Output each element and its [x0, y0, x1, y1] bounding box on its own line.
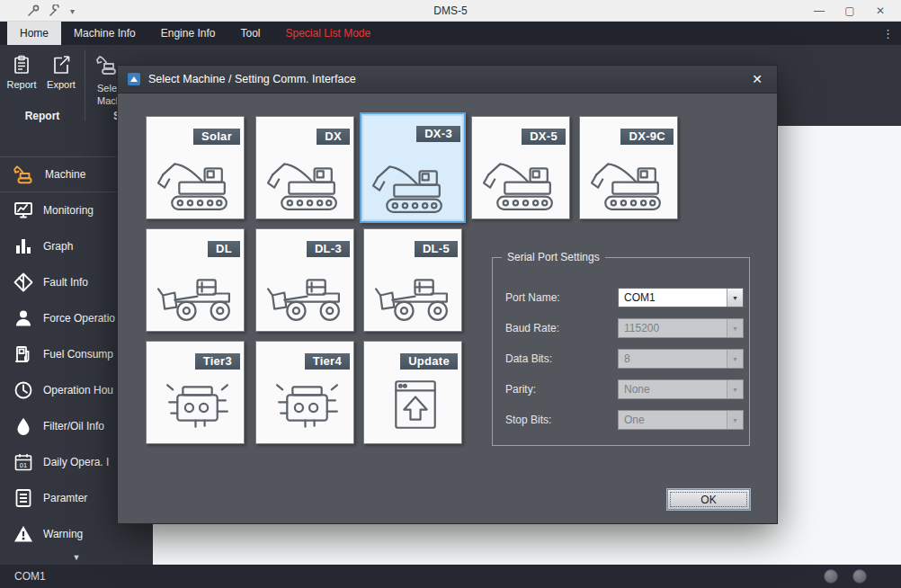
report-icon	[11, 54, 32, 76]
tab-special-list-mode[interactable]: Special List Mode	[272, 22, 383, 45]
maximize-button[interactable]: ▢	[834, 0, 865, 22]
minimize-button[interactable]: —	[804, 0, 834, 22]
parity-value: None	[619, 383, 727, 396]
status-indicator-icon	[824, 569, 838, 584]
sidebar-item-label: Fault Info	[43, 276, 88, 289]
sidebar-scroll-down-icon[interactable]: ▼	[0, 552, 153, 563]
serial-port-settings-group: Serial Port Settings Port Name: COM1 ▼ B…	[492, 257, 750, 446]
window-controls: — ▢ ✕	[804, 0, 896, 22]
field-parity: Parity: None ▼	[505, 379, 738, 399]
machine-tile-dx3-selected[interactable]: DX-3	[360, 112, 466, 223]
tab-tool[interactable]: Tool	[227, 22, 272, 45]
report-button-label: Report	[6, 79, 36, 90]
dialog-title: Select Machine / Setting Comm. Interface	[148, 73, 356, 85]
port-name-value: COM1	[619, 291, 727, 304]
parity-label: Parity:	[505, 379, 536, 399]
export-icon	[50, 54, 72, 76]
machine-tile-label: DX-9C	[620, 129, 674, 145]
close-button[interactable]: ✕	[865, 0, 896, 22]
machine-tile-dl3[interactable]: DL-3	[255, 228, 354, 332]
tab-machine-info[interactable]: Machine Info	[61, 22, 148, 45]
field-stop-bits: Stop Bits: One ▼	[505, 410, 738, 430]
machine-tile-dl5[interactable]: DL-5	[363, 228, 462, 332]
sidebar-item-label: Paramter	[43, 492, 87, 504]
excavator-icon	[365, 149, 456, 217]
sidebar-item-label: Fuel Consump	[43, 348, 113, 361]
tab-home[interactable]: Home	[7, 22, 61, 45]
warning-triangle-icon	[13, 523, 34, 545]
stop-bits-value: One	[619, 414, 727, 426]
excavator-icon	[260, 147, 351, 214]
excavator-icon	[476, 147, 566, 214]
window-title: DMS-5	[0, 0, 901, 22]
wheel-loader-icon	[368, 259, 459, 326]
engine-icon	[150, 371, 241, 439]
machine-tile-label: DX-3	[416, 126, 460, 142]
titlebar: ▾ DMS-5 — ▢ ✕	[0, 0, 901, 22]
machine-tile-dx9c[interactable]: DX-9C	[579, 116, 678, 219]
sidebar-item-label: Machine	[45, 168, 85, 181]
machine-tile-update[interactable]: Update	[363, 341, 462, 444]
machine-tile-dl[interactable]: DL	[146, 228, 245, 332]
parity-select: None ▼	[618, 379, 744, 399]
wheel-loader-icon	[150, 259, 241, 326]
toolbar-separator	[85, 50, 85, 120]
chevron-down-icon: ▼	[727, 411, 743, 429]
engine-icon	[260, 371, 351, 439]
oil-drop-icon	[13, 415, 34, 437]
status-com-port: COM1	[14, 565, 46, 588]
dialog-app-icon	[127, 72, 141, 86]
sidebar-item-label: Operation Hou	[43, 384, 113, 396]
chevron-down-icon: ▼	[727, 350, 743, 368]
machine-tile-dx[interactable]: DX	[255, 116, 354, 219]
update-icon	[368, 371, 459, 439]
toolbar-group-report-label: Report	[0, 110, 85, 122]
sidebar-item-label: Force Operatio	[43, 312, 115, 325]
machine-tile-label: DX	[317, 129, 350, 145]
monitor-icon	[13, 200, 34, 221]
chevron-down-icon: ▼	[727, 319, 743, 337]
status-bar: COM1	[0, 565, 901, 588]
calendar-icon: 01	[13, 451, 34, 473]
port-name-label: Port Name:	[505, 288, 560, 307]
fuel-pump-icon	[13, 343, 34, 365]
port-name-select[interactable]: COM1 ▼	[618, 288, 744, 307]
machine-tile-label: DL	[208, 241, 240, 257]
menu-overflow-icon[interactable]: ⋮	[882, 22, 894, 45]
serial-group-title: Serial Port Settings	[502, 251, 605, 263]
sidebar-item-label: Daily Opera. I	[43, 456, 109, 468]
sidebar-item-label: Warning	[43, 528, 83, 540]
dms5-window: ▾ DMS-5 — ▢ ✕ Home Machine Info Engine I…	[0, 0, 901, 588]
baud-rate-select: 115200 ▼	[618, 318, 744, 338]
bar-chart-icon	[13, 236, 34, 257]
data-bits-label: Data Bits:	[505, 349, 552, 369]
tab-engine-info[interactable]: Engine Info	[148, 22, 228, 45]
machine-tile-label: DL-5	[415, 241, 458, 257]
baud-rate-label: Baud Rate:	[505, 318, 559, 338]
baud-rate-value: 115200	[619, 322, 727, 334]
clock-icon	[13, 379, 34, 401]
menu-bar: Home Machine Info Engine Info Tool Speci…	[0, 22, 901, 45]
export-button[interactable]: Export	[41, 49, 81, 104]
sidebar-item-label: Monitoring	[43, 204, 94, 217]
machine-tile-tier4[interactable]: Tier4	[255, 341, 354, 444]
machine-tile-label: DX-5	[522, 129, 566, 145]
dialog-close-icon[interactable]: ✕	[746, 69, 768, 89]
machine-tile-solar[interactable]: Solar	[146, 116, 245, 219]
sidebar-item-label: Graph	[43, 240, 73, 253]
stop-bits-label: Stop Bits:	[505, 410, 551, 430]
select-machine-dialog: Select Machine / Setting Comm. Interface…	[117, 65, 778, 524]
machine-tile-dx5[interactable]: DX-5	[471, 116, 570, 219]
report-button[interactable]: Report	[2, 49, 41, 104]
select-machine-label-line1: Sele	[97, 83, 117, 94]
ok-button[interactable]: OK	[667, 489, 750, 510]
machine-tile-label: Tier4	[305, 353, 350, 370]
machine-tile-label: Tier3	[195, 353, 240, 370]
machine-tile-tier3[interactable]: Tier3	[146, 341, 245, 444]
sidebar-item-label: Filter/Oil Info	[43, 420, 104, 432]
field-port-name: Port Name: COM1 ▼	[505, 288, 738, 307]
field-baud-rate: Baud Rate: 115200 ▼	[505, 318, 738, 338]
chevron-down-icon[interactable]: ▼	[727, 289, 743, 307]
excavator-icon	[584, 147, 674, 214]
wheel-loader-icon	[260, 259, 351, 326]
